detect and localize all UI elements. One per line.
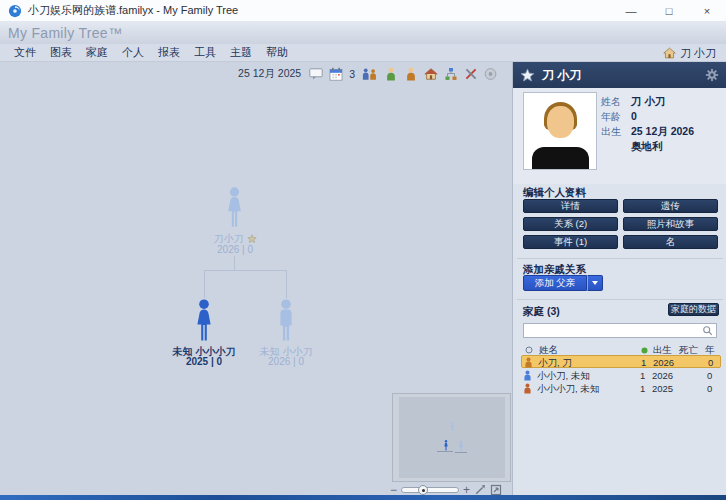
tree-connector <box>204 270 205 298</box>
couple-icon[interactable] <box>361 67 378 81</box>
add-relative-dropdown[interactable] <box>587 275 603 291</box>
person-photo[interactable] <box>523 92 597 170</box>
names-button[interactable]: 名 <box>623 235 718 249</box>
family-search-input[interactable] <box>524 325 702 337</box>
star-badge-icon <box>247 234 257 244</box>
details-button[interactable]: 详情 <box>523 199 618 213</box>
zoom-slider-thumb[interactable] <box>418 485 428 495</box>
sort-icon[interactable] <box>525 346 533 354</box>
tree-connector <box>204 270 287 271</box>
brand-banner: My Family Tree™ <box>0 22 726 44</box>
close-button[interactable]: × <box>688 0 726 22</box>
tooltip-icon[interactable] <box>309 67 323 81</box>
person-panel: 刀 小刀 姓名 刀 小刀 年龄 0 出生 25 12月 2026 <box>512 62 726 495</box>
gear-icon[interactable] <box>705 68 719 82</box>
photos-stories-button[interactable]: 照片和故事 <box>623 217 718 231</box>
menu-themes[interactable]: 主题 <box>230 45 252 60</box>
family-section-title: 家庭 (3) <box>523 305 560 319</box>
tree-connector <box>286 270 287 298</box>
menu-bar: 文件 图表 家庭 个人 报表 工具 主题 帮助 刀 小刀 <box>0 44 726 62</box>
relatives-icon[interactable] <box>444 67 458 81</box>
person-male-icon <box>523 370 532 381</box>
active-person-chip[interactable]: 刀 小刀 <box>663 44 716 62</box>
tree-node-right-detail: 2026 | 0 <box>231 356 341 367</box>
app-icon <box>8 4 22 18</box>
name-label: 姓名 <box>601 95 623 109</box>
age-value: 0 <box>631 110 637 124</box>
tree-node-child-left[interactable] <box>192 298 216 344</box>
menu-reports[interactable]: 报表 <box>158 45 180 60</box>
living-status-icon[interactable] <box>641 347 648 354</box>
search-icon <box>702 325 713 336</box>
menu-file[interactable]: 文件 <box>14 45 36 60</box>
person-female-icon <box>523 383 532 394</box>
chevron-down-icon <box>592 281 598 285</box>
person-summary-card: 姓名 刀 小刀 年龄 0 出生 25 12月 2026 奥地利 <box>513 88 726 184</box>
menu-family[interactable]: 家庭 <box>86 45 108 60</box>
chart-toolbar: 25 12月 2025 3 <box>238 65 497 83</box>
individual-count: 3 <box>349 68 355 80</box>
name-value: 刀 小刀 <box>631 95 665 109</box>
age-label: 年龄 <box>601 110 623 124</box>
family-row-1[interactable]: 小刀, 刀 1 2026 0 <box>521 355 721 368</box>
divider <box>517 258 723 259</box>
divider <box>517 299 723 300</box>
help-disabled-icon[interactable] <box>484 67 497 81</box>
menu-person[interactable]: 个人 <box>122 45 144 60</box>
favorite-star-icon[interactable] <box>520 68 535 83</box>
relationships-button[interactable]: 关系 (2) <box>523 217 618 231</box>
tools-icon[interactable] <box>464 67 478 81</box>
window-title: 小刀娱乐网的族谱.familyx - My Family Tree <box>28 3 238 18</box>
panel-person-name: 刀 小刀 <box>542 67 581 84</box>
person-female-icon <box>524 357 533 368</box>
menu-help[interactable]: 帮助 <box>266 45 288 60</box>
tree-connector <box>234 256 235 270</box>
minimap-viewport[interactable] <box>399 397 505 478</box>
events-button[interactable]: 事件 (1) <box>523 235 618 249</box>
birth-place-value: 奥地利 <box>631 140 663 154</box>
active-person-name: 刀 小刀 <box>680 46 716 61</box>
minimap[interactable] <box>392 393 511 482</box>
title-bar: 小刀娱乐网的族谱.familyx - My Family Tree — □ × <box>0 0 726 22</box>
maximize-button[interactable]: □ <box>650 0 688 22</box>
menu-charts[interactable]: 图表 <box>50 45 72 60</box>
family-search <box>523 323 717 338</box>
taskbar-edge <box>0 495 726 500</box>
family-row-3[interactable]: 小小小刀, 未知 1 2025 0 <box>521 382 721 395</box>
menu-tools[interactable]: 工具 <box>194 45 216 60</box>
heredity-button[interactable]: 遗传 <box>623 199 718 213</box>
brand-text: My Family Tree™ <box>8 25 122 41</box>
family-row-2[interactable]: 小小刀, 未知 1 2026 0 <box>521 369 721 382</box>
tree-node-child-right[interactable] <box>274 298 298 344</box>
tree-node-root[interactable] <box>223 186 246 230</box>
calendar-icon[interactable] <box>329 67 343 81</box>
person-orange-icon[interactable] <box>404 67 418 81</box>
person-panel-header: 刀 小刀 <box>513 62 726 88</box>
family-data-button[interactable]: 家庭的数据 <box>668 303 719 316</box>
person-green-icon[interactable] <box>384 67 398 81</box>
home-icon <box>663 47 676 59</box>
chart-canvas[interactable]: 25 12月 2025 3 刀小刀 2026 | 0 未知 <box>0 62 511 495</box>
zoom-slider[interactable] <box>401 487 459 493</box>
add-father-button[interactable]: 添加 父亲 <box>523 275 587 291</box>
birth-label: 出生 <box>601 125 623 139</box>
tree-node-root-detail: 2026 | 0 <box>180 244 290 255</box>
birth-value: 25 12月 2026 <box>631 125 694 139</box>
home-icon[interactable] <box>424 67 438 81</box>
minimize-button[interactable]: — <box>612 0 650 22</box>
application-window: 小刀娱乐网的族谱.familyx - My Family Tree — □ × … <box>0 0 726 500</box>
chart-date: 25 12月 2025 <box>238 67 301 81</box>
edit-section-title: 编辑个人资料 <box>523 186 586 200</box>
